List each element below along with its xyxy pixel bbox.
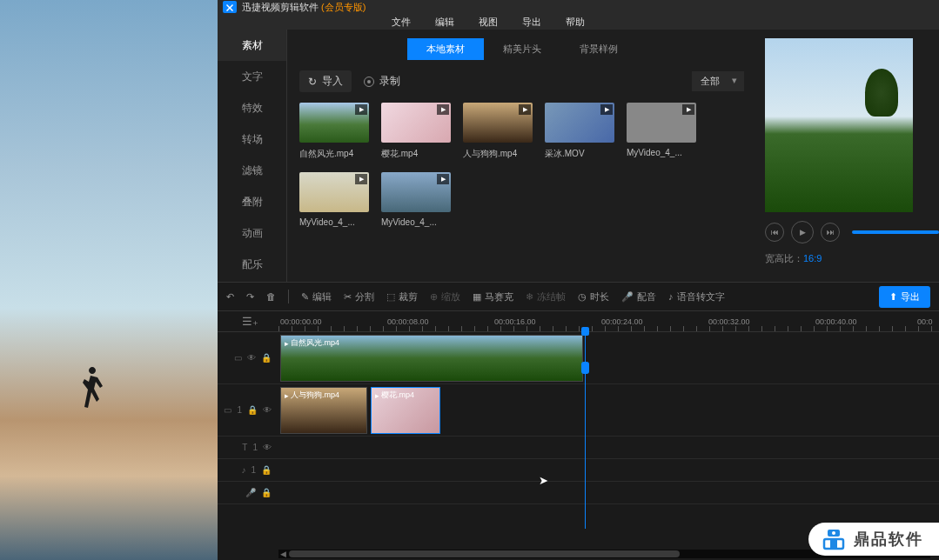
mic-track-icon[interactable]: 🎤 (245, 488, 256, 497)
sidebar-item-effects[interactable]: 特效 (218, 92, 286, 123)
split-button[interactable]: ✂ 分割 (344, 290, 374, 303)
play-button[interactable]: ▶ (791, 221, 814, 243)
sidebar-item-music[interactable]: 配乐 (218, 249, 286, 280)
ruler-menu-icon[interactable]: ☰₊ (242, 315, 258, 328)
scrollbar-thumb[interactable] (289, 550, 680, 557)
play-icon: ▸ (375, 391, 379, 400)
zoom-button[interactable]: ⊕ 缩放 (430, 290, 460, 303)
eye-icon[interactable]: 👁 (263, 405, 272, 415)
media-panel: 本地素材 精美片头 背景样例 ↻ 导入 录制 全部 ▶自然风光.mp4▶樱花.m… (287, 30, 756, 282)
sidebar-item-overlay[interactable]: 叠附 (218, 186, 286, 217)
import-button[interactable]: ↻ 导入 (299, 70, 352, 92)
mosaic-button[interactable]: ▦ 马赛克 (473, 290, 513, 303)
video-track-icon[interactable]: ▭ (224, 405, 231, 415)
mouse-cursor: ➤ (539, 474, 548, 487)
svg-rect-3 (830, 539, 837, 549)
watermark-logo-icon (821, 528, 847, 550)
timeline-toolbar: ↶ ↷ 🗑 ✎ 编辑 ✂ 分割 ⬚ 裁剪 ⊕ 缩放 ▦ 马赛克 ❄ 冻结帧 ◷ … (218, 282, 939, 311)
titlebar: 迅捷视频剪辑软件 (会员专版) (218, 0, 939, 14)
tab-intros[interactable]: 精美片头 (484, 38, 560, 60)
media-label: 自然风光.mp4 (299, 148, 369, 160)
media-item[interactable]: ▶MyVideo_4_... (627, 103, 696, 160)
voice-button[interactable]: 🎤 配音 (621, 290, 656, 303)
stt-button[interactable]: ♪ 语音转文字 (668, 290, 725, 303)
audio-track-icon[interactable]: ♪ (241, 465, 245, 475)
video-track-2: ▭ 1 🔒 👁 ▸人与狗狗.mp4 ▸樱花.mp4 (218, 384, 939, 437)
prev-frame-button[interactable]: ⏮ (765, 223, 784, 242)
sidebar-item-text[interactable]: 文字 (218, 61, 286, 92)
media-thumbnail: ▶ (381, 172, 451, 212)
media-thumbnail: ▶ (463, 103, 533, 143)
ruler-ticks (278, 326, 939, 331)
menu-file[interactable]: 文件 (392, 16, 411, 29)
play-icon: ▶ (600, 104, 613, 115)
media-item[interactable]: ▶人与狗狗.mp4 (463, 103, 533, 160)
export-button[interactable]: ⬆ 导出 (879, 286, 930, 308)
play-icon: ▶ (519, 104, 531, 115)
text-track-icon[interactable]: T (242, 443, 247, 452)
media-item[interactable]: ▶MyVideo_4_... (381, 172, 451, 227)
delete-button[interactable]: 🗑 (266, 291, 276, 302)
preview-tree-graphic (865, 69, 898, 117)
filter-dropdown[interactable]: 全部 (692, 71, 744, 91)
tab-local-media[interactable]: 本地素材 (407, 38, 484, 60)
freeze-button[interactable]: ❄ 冻结帧 (526, 290, 566, 303)
track-number: 1 (237, 405, 242, 415)
clip-nature[interactable]: ▸自然风光.mp4 (280, 335, 583, 382)
preview-screen[interactable] (765, 38, 913, 212)
separator (288, 290, 289, 303)
lock-icon[interactable]: 🔒 (261, 353, 272, 363)
scroll-left-arrow[interactable]: ◀ (280, 550, 286, 558)
clip-sakura[interactable]: ▸樱花.mp4 (371, 387, 440, 434)
timeline-ruler[interactable]: ☰₊ 00:00:00.00 00:00:08.00 00:00:16.00 0… (218, 311, 939, 332)
audio-track: ♪1🔒 (218, 459, 939, 482)
media-item[interactable]: ▶MyVideo_4_... (299, 172, 369, 227)
edit-button[interactable]: ✎ 编辑 (301, 290, 332, 303)
sidebar-item-media[interactable]: 素材 (218, 30, 286, 61)
ruler-mark: 00:00:24.00 (601, 317, 643, 326)
media-label: MyVideo_4_... (299, 217, 369, 227)
watermark-text: 鼎品软件 (854, 529, 923, 550)
app-icon (223, 1, 237, 13)
lock-icon[interactable]: 🔒 (261, 465, 272, 475)
redo-button[interactable]: ↷ (246, 291, 254, 303)
ruler-mark: 00:00:00.00 (280, 317, 322, 326)
play-icon: ▶ (437, 104, 449, 115)
clip-person[interactable]: ▸人与狗狗.mp4 (280, 387, 367, 434)
undo-button[interactable]: ↶ (226, 291, 234, 303)
refresh-icon: ↻ (308, 76, 317, 88)
sidebar: 素材 文字 特效 转场 滤镜 叠附 动画 配乐 (218, 30, 287, 282)
menu-export[interactable]: 导出 (522, 16, 541, 29)
eye-icon[interactable]: 👁 (247, 353, 256, 363)
ruler-mark: 00:00:40.00 (815, 317, 857, 326)
record-button[interactable]: 录制 (364, 74, 400, 89)
sidebar-item-filters[interactable]: 滤镜 (218, 155, 286, 186)
media-toolbar: ↻ 导入 录制 全部 (299, 70, 744, 92)
preview-progress[interactable] (852, 230, 939, 234)
video-track-icon[interactable]: ▭ (234, 353, 242, 363)
crop-button[interactable]: ⬚ 裁剪 (386, 290, 418, 303)
menu-help[interactable]: 帮助 (566, 16, 585, 29)
media-item[interactable]: ▶自然风光.mp4 (299, 103, 369, 160)
play-icon: ▸ (285, 391, 289, 400)
menu-view[interactable]: 视图 (479, 16, 498, 29)
tab-backgrounds[interactable]: 背景样例 (560, 38, 637, 60)
media-thumbnail: ▶ (545, 103, 614, 143)
lock-icon[interactable]: 🔒 (247, 405, 258, 415)
menu-edit[interactable]: 编辑 (435, 16, 454, 29)
media-label: 樱花.mp4 (381, 148, 451, 160)
aspect-value[interactable]: 16:9 (803, 253, 822, 263)
sidebar-item-animation[interactable]: 动画 (218, 217, 286, 249)
eye-icon[interactable]: 👁 (263, 443, 272, 452)
media-thumbnail: ▶ (381, 103, 451, 143)
play-icon: ▶ (355, 104, 367, 115)
media-item[interactable]: ▶采冰.MOV (545, 103, 614, 160)
video-track-1: ▭ 👁 🔒 ▸自然风光.mp4 (218, 332, 939, 384)
playhead[interactable] (585, 329, 586, 529)
next-frame-button[interactable]: ⏭ (821, 223, 840, 242)
media-item[interactable]: ▶樱花.mp4 (381, 103, 451, 160)
record-icon (364, 77, 374, 87)
duration-button[interactable]: ◷ 时长 (578, 290, 609, 303)
sidebar-item-transitions[interactable]: 转场 (218, 123, 286, 155)
lock-icon[interactable]: 🔒 (261, 488, 272, 497)
